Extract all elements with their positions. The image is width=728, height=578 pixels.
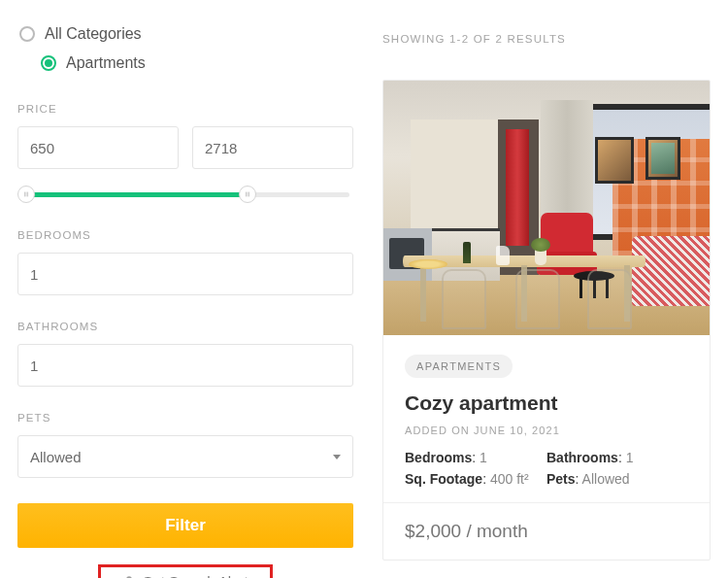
filter-button[interactable]: Filter — [17, 503, 353, 548]
listing-price: $2,000 / month — [383, 502, 710, 560]
bathrooms-label: BATHROOMS — [17, 321, 353, 332]
slider-thumb-max[interactable] — [239, 186, 256, 203]
price-label: PRICE — [17, 103, 353, 115]
chevron-down-icon — [333, 455, 341, 459]
listing-photo — [383, 81, 710, 335]
bedrooms-label: BEDROOMS — [17, 229, 353, 241]
category-label: All Categories — [45, 25, 142, 43]
set-search-alert-label: Set Search Alert — [143, 573, 248, 578]
bell-icon — [122, 575, 136, 579]
meta-pets: Pets: Allowed — [546, 471, 688, 487]
price-min-input[interactable] — [17, 126, 179, 169]
pets-selected-value: Allowed — [30, 449, 82, 465]
category-label: Apartments — [66, 54, 146, 72]
listing-added: ADDED ON JUNE 10, 2021 — [405, 425, 688, 436]
set-search-alert-button[interactable]: Set Search Alert — [98, 564, 273, 578]
listing-card[interactable]: APARTMENTS Cozy apartment ADDED ON JUNE … — [382, 80, 711, 561]
radio-checked-icon — [41, 55, 56, 71]
meta-bedrooms: Bedrooms: 1 — [405, 450, 546, 465]
price-slider[interactable] — [17, 185, 353, 204]
bedrooms-input[interactable] — [17, 253, 353, 295]
slider-fill — [21, 192, 247, 197]
pets-label: PETS — [17, 412, 353, 424]
listing-title: Cozy apartment — [405, 391, 688, 415]
slider-thumb-min[interactable] — [17, 186, 35, 203]
filter-sidebar: All Categories Apartments PRICE BEDROOMS… — [17, 19, 353, 578]
results-panel: SHOWING 1-2 OF 2 RESULTS APARTMENTS — [382, 19, 711, 578]
results-count: SHOWING 1-2 OF 2 RESULTS — [382, 33, 711, 45]
listing-tag: APARTMENTS — [405, 355, 513, 378]
price-max-input[interactable] — [192, 126, 353, 169]
category-all[interactable]: All Categories — [17, 19, 353, 49]
meta-bathrooms: Bathrooms: 1 — [546, 450, 688, 465]
radio-unchecked-icon — [19, 26, 35, 42]
meta-sqft: Sq. Footage: 400 ft² — [405, 471, 546, 487]
bathrooms-input[interactable] — [17, 344, 353, 387]
pets-select[interactable]: Allowed — [17, 435, 353, 478]
category-apartments[interactable]: Apartments — [17, 49, 353, 78]
